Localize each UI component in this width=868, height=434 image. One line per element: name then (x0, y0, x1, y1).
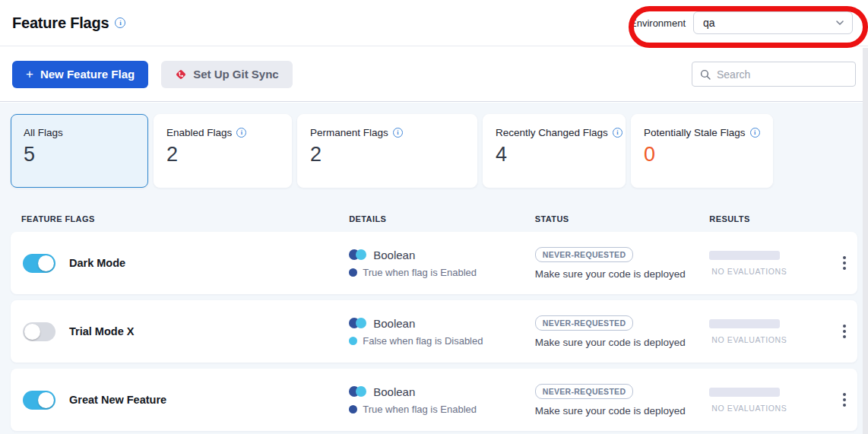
git-sync-button[interactable]: Set Up Git Sync (161, 61, 293, 88)
flag-rule: True when flag is Enabled (363, 267, 477, 278)
column-header-feature-flags: FEATURE FLAGS (11, 214, 349, 223)
stats-row: All Flags 5 Enabled Flags i 2 Permanent … (11, 114, 857, 188)
page-header: Feature Flags i Environment qa (0, 0, 868, 46)
stat-value: 5 (24, 143, 135, 166)
stat-card-all-flags[interactable]: All Flags 5 (11, 114, 148, 188)
stat-value: 2 (166, 143, 279, 166)
flag-type: Boolean (373, 249, 415, 261)
git-sync-label: Set Up Git Sync (193, 68, 279, 81)
boolean-type-icon (349, 249, 366, 260)
environment-select[interactable]: qa (693, 11, 853, 34)
column-header-status: STATUS (535, 214, 710, 223)
search-input[interactable] (717, 68, 847, 81)
chevron-down-icon (835, 18, 844, 27)
environment-value: qa (703, 17, 715, 29)
stat-label: Permanent Flags (310, 127, 388, 138)
results-text: NO EVALUATIONS (709, 335, 787, 344)
info-icon[interactable]: i (613, 128, 622, 138)
stat-card-recently-changed-flags[interactable]: Recently Changed Flags i 4 (483, 114, 626, 188)
flag-type: Boolean (373, 317, 415, 330)
flag-name-link[interactable]: Dark Mode (69, 257, 125, 269)
status-badge: NEVER-REQUESTED (535, 315, 634, 331)
git-icon (175, 68, 187, 81)
results-bar (709, 251, 780, 260)
column-header-results: RESULTS (709, 214, 831, 223)
status-text: Make sure your code is deployed (535, 405, 686, 417)
results-bar (709, 319, 780, 328)
stat-card-potentially-stale-flags[interactable]: Potentially Stale Flags i 0 (631, 114, 773, 188)
info-icon[interactable]: i (393, 128, 403, 138)
table-row: Great New Feature Boolean True when flag… (11, 369, 857, 431)
environment-label: Environment (630, 17, 686, 29)
results-text: NO EVALUATIONS (709, 404, 787, 413)
stat-label: Enabled Flags (166, 127, 232, 138)
stat-label: Recently Changed Flags (496, 127, 608, 138)
rule-dot-icon (349, 268, 357, 277)
table-row: Trial Mode X Boolean False when flag is … (11, 300, 857, 363)
table-row: Dark Mode Boolean True when flag is Enab… (11, 232, 857, 294)
search-icon (700, 69, 711, 80)
status-text: Make sure your code is deployed (535, 268, 686, 280)
search-box (692, 62, 856, 87)
flag-name-link[interactable]: Trial Mode X (69, 325, 134, 337)
status-badge: NEVER-REQUESTED (535, 384, 634, 399)
flag-type: Boolean (373, 385, 415, 398)
stat-label: Potentially Stale Flags (644, 127, 746, 138)
status-badge: NEVER-REQUESTED (535, 247, 634, 262)
row-menu-button[interactable] (838, 320, 851, 343)
results-text: NO EVALUATIONS (709, 267, 787, 276)
flag-rule: True when flag is Enabled (363, 404, 477, 415)
flag-toggle[interactable] (23, 254, 55, 273)
status-text: Make sure your code is deployed (535, 337, 686, 348)
stat-card-enabled-flags[interactable]: Enabled Flags i 2 (154, 114, 292, 188)
row-menu-button[interactable] (838, 388, 851, 411)
scrollbar-gutter (863, 48, 868, 434)
results-bar (709, 388, 780, 397)
plus-icon: + (26, 67, 33, 82)
new-feature-flag-button[interactable]: + New Feature Flag (12, 61, 148, 88)
stat-label: All Flags (24, 127, 63, 138)
toolbar: + New Feature Flag Set Up Git Sync (0, 47, 868, 102)
page-title: Feature Flags (12, 14, 109, 32)
stat-value: 0 (644, 143, 760, 166)
boolean-type-icon (349, 318, 366, 328)
environment-picker: Environment qa (630, 11, 853, 34)
info-icon[interactable]: i (236, 128, 246, 138)
boolean-type-icon (349, 386, 366, 397)
stat-value: 2 (310, 143, 464, 166)
title-info-icon[interactable]: i (115, 17, 125, 28)
row-menu-button[interactable] (838, 252, 851, 274)
info-icon[interactable]: i (750, 128, 760, 138)
column-header-details: DETAILS (349, 214, 535, 223)
content-area: All Flags 5 Enabled Flags i 2 Permanent … (0, 103, 868, 434)
stat-value: 4 (496, 143, 613, 166)
stat-card-permanent-flags[interactable]: Permanent Flags i 2 (297, 114, 477, 188)
flag-name-link[interactable]: Great New Feature (69, 394, 166, 406)
flag-toggle[interactable] (23, 322, 55, 341)
rule-dot-icon (349, 337, 357, 345)
rule-dot-icon (349, 405, 357, 413)
table-column-headers: FEATURE FLAGS DETAILS STATUS RESULTS (11, 205, 857, 232)
flag-rule: False when flag is Disabled (363, 335, 483, 347)
new-feature-flag-label: New Feature Flag (40, 68, 135, 81)
flag-toggle[interactable] (23, 391, 55, 410)
